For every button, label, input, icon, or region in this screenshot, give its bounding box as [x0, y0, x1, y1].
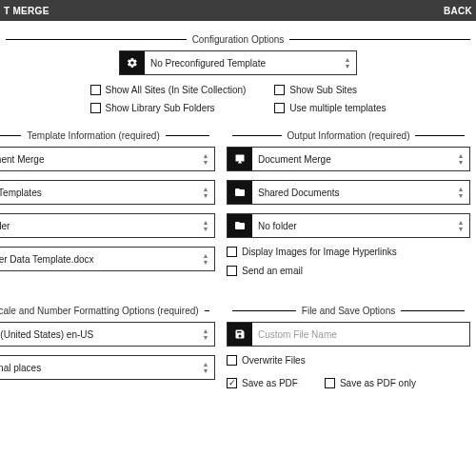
show-sub-sites-checkbox[interactable]: Show Sub Sites: [274, 85, 386, 95]
template-folder-select[interactable]: o folder ▲▼: [0, 213, 215, 238]
folder-icon: [228, 214, 252, 237]
page-title: T MERGE: [4, 6, 50, 16]
monitor-icon: [228, 148, 252, 170]
preconfigured-template-select[interactable]: No Preconfigured Template ▲▼: [119, 50, 357, 75]
overwrite-files-checkbox[interactable]: Overwrite Files: [227, 355, 470, 366]
custom-filename-input[interactable]: Custom File Name: [227, 322, 470, 347]
custom-filename-placeholder: Custom File Name: [252, 323, 469, 346]
stepper-arrows-icon: ▲▼: [201, 253, 214, 266]
stepper-arrows-icon: ▲▼: [201, 328, 214, 341]
stepper-arrows-icon: ▲▼: [201, 153, 214, 166]
display-images-checkbox[interactable]: Display Images for Image Hyperlinks: [227, 247, 470, 257]
save-as-pdf-checkbox[interactable]: Save as PDF: [227, 378, 298, 388]
stepper-arrows-icon: ▲▼: [201, 220, 214, 232]
output-library-select[interactable]: Shared Documents ▲▼: [227, 180, 470, 205]
output-target-select[interactable]: Document Merge ▲▼: [227, 147, 470, 171]
preconfigured-template-label: No Preconfigured Template: [145, 51, 343, 74]
stepper-arrows-icon: ▲▼: [201, 187, 214, 199]
section-locale: Locale and Number Formatting Options (re…: [0, 306, 215, 316]
back-button[interactable]: BACK: [444, 6, 472, 16]
stepper-arrows-icon: ▲▼: [456, 148, 469, 170]
section-filesave: File and Save Options: [227, 306, 470, 316]
stepper-arrows-icon: ▲▼: [343, 51, 356, 74]
save-icon: [228, 323, 252, 346]
stepper-arrows-icon: ▲▼: [456, 214, 469, 237]
topbar: T MERGE BACK: [0, 0, 476, 21]
section-template: Template Information (required): [0, 130, 215, 141]
use-multiple-checkbox[interactable]: Use multiple templates: [274, 103, 386, 113]
stepper-arrows-icon: ▲▼: [201, 362, 214, 374]
section-config: Configuration Options: [0, 34, 476, 45]
template-source-select[interactable]: ocument Merge ▲▼: [0, 147, 215, 171]
show-library-sub-checkbox[interactable]: Show Library Sub Folders: [90, 103, 247, 113]
show-all-sites-checkbox[interactable]: Show All Sites (In Site Collection): [90, 85, 247, 95]
gear-icon: [120, 51, 145, 74]
section-output: Output Information (required): [227, 130, 470, 141]
locale-language-select[interactable]: glish (United States) en-US ▲▼: [0, 322, 215, 347]
output-folder-select[interactable]: No folder ▲▼: [227, 213, 470, 238]
template-library-select[interactable]: DM_Templates ▲▼: [0, 180, 215, 205]
locale-decimals-select[interactable]: decimal places ▲▼: [0, 355, 215, 380]
folder-icon: [228, 181, 252, 204]
save-as-pdf-only-checkbox[interactable]: Save as PDF only: [325, 378, 416, 388]
send-email-checkbox[interactable]: Send an email: [227, 266, 470, 276]
template-file-select[interactable]: stomer Data Template.docx ▲▼: [0, 247, 215, 271]
stepper-arrows-icon: ▲▼: [456, 181, 469, 204]
